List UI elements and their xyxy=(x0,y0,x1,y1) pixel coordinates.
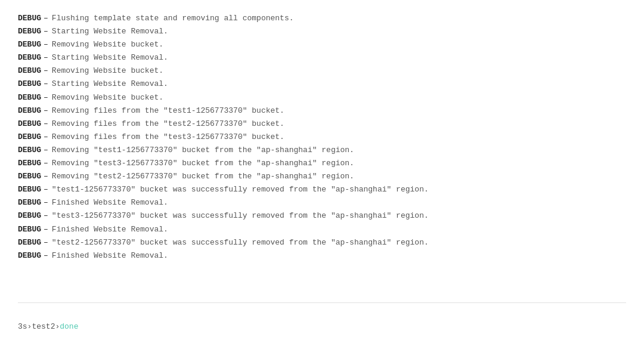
log-message: Removing Website bucket. xyxy=(52,64,163,78)
log-message: Removing "test2-1256773370" bucket from … xyxy=(52,170,354,183)
log-message: Finished Website Removal. xyxy=(52,223,168,236)
footer-time: 3s xyxy=(18,322,27,331)
debug-label: DEBUG xyxy=(18,12,41,25)
debug-label: DEBUG xyxy=(18,183,41,196)
footer: 3s › test2 › done xyxy=(18,322,626,331)
log-message: "test3-1256773370" bucket was successful… xyxy=(52,209,429,223)
debug-label: DEBUG xyxy=(18,91,41,104)
dash: – xyxy=(44,209,48,223)
log-line: DEBUG – Flushing template state and remo… xyxy=(18,12,626,25)
log-container: DEBUG – Flushing template state and remo… xyxy=(18,12,626,295)
debug-label: DEBUG xyxy=(18,209,41,223)
dash: – xyxy=(44,51,48,64)
log-message: Starting Website Removal. xyxy=(52,51,168,64)
debug-label: DEBUG xyxy=(18,223,41,236)
footer-sep2: › xyxy=(55,322,60,331)
debug-label: DEBUG xyxy=(18,170,41,183)
debug-label: DEBUG xyxy=(18,157,41,170)
log-line: DEBUG – Finished Website Removal. xyxy=(18,249,626,262)
log-line: DEBUG – Starting Website Removal. xyxy=(18,51,626,64)
debug-label: DEBUG xyxy=(18,249,41,262)
log-line: DEBUG – "test3-1256773370" bucket was su… xyxy=(18,209,626,223)
debug-label: DEBUG xyxy=(18,236,41,249)
log-message: Flushing template state and removing all… xyxy=(52,12,294,25)
log-line: DEBUG – Removing "test2-1256773370" buck… xyxy=(18,170,626,183)
debug-label: DEBUG xyxy=(18,144,41,157)
dash: – xyxy=(44,144,48,157)
debug-label: DEBUG xyxy=(18,118,41,131)
dash: – xyxy=(44,249,48,262)
log-line: DEBUG – Removing files from the "test3-1… xyxy=(18,131,626,144)
debug-label: DEBUG xyxy=(18,25,41,38)
footer-sep1: › xyxy=(27,322,32,331)
dash: – xyxy=(44,196,48,209)
debug-label: DEBUG xyxy=(18,64,41,78)
log-line: DEBUG – Removing files from the "test2-1… xyxy=(18,118,626,131)
log-message: Finished Website Removal. xyxy=(52,196,168,209)
debug-label: DEBUG xyxy=(18,51,41,64)
log-message: Removing files from the "test2-125677337… xyxy=(52,118,284,131)
debug-label: DEBUG xyxy=(18,196,41,209)
log-line: DEBUG – Starting Website Removal. xyxy=(18,25,626,38)
dash: – xyxy=(44,78,48,91)
dash: – xyxy=(44,118,48,131)
footer-done: done xyxy=(60,322,78,331)
log-line: DEBUG – Starting Website Removal. xyxy=(18,78,626,91)
log-message: "test1-1256773370" bucket was successful… xyxy=(52,183,429,196)
log-line: DEBUG – Removing Website bucket. xyxy=(18,64,626,78)
dash: – xyxy=(44,157,48,170)
log-line: DEBUG – "test2-1256773370" bucket was su… xyxy=(18,236,626,249)
log-message: Removing files from the "test1-125677337… xyxy=(52,104,284,118)
dash: – xyxy=(44,91,48,104)
dash: – xyxy=(44,131,48,144)
dash: – xyxy=(44,12,48,25)
footer-path: test2 xyxy=(32,322,55,331)
log-line: DEBUG – Removing Website bucket. xyxy=(18,91,626,104)
log-line: DEBUG – Removing "test1-1256773370" buck… xyxy=(18,144,626,157)
log-message: Removing "test3-1256773370" bucket from … xyxy=(52,157,354,170)
log-line: DEBUG – Removing Website bucket. xyxy=(18,38,626,51)
dash: – xyxy=(44,38,48,51)
dash: – xyxy=(44,236,48,249)
log-message: "test2-1256773370" bucket was successful… xyxy=(52,236,429,249)
dash: – xyxy=(44,104,48,118)
log-line: DEBUG – Finished Website Removal. xyxy=(18,223,626,236)
log-message: Finished Website Removal. xyxy=(52,249,168,262)
log-message: Removing files from the "test3-125677337… xyxy=(52,131,284,144)
log-line: DEBUG – Removing files from the "test1-1… xyxy=(18,104,626,118)
dash: – xyxy=(44,183,48,196)
log-message: Removing Website bucket. xyxy=(52,38,163,51)
log-line: DEBUG – Removing "test3-1256773370" buck… xyxy=(18,157,626,170)
log-message: Starting Website Removal. xyxy=(52,78,168,91)
dash: – xyxy=(44,25,48,38)
log-message: Removing "test1-1256773370" bucket from … xyxy=(52,144,354,157)
dash: – xyxy=(44,170,48,183)
log-line: DEBUG – Finished Website Removal. xyxy=(18,196,626,209)
debug-label: DEBUG xyxy=(18,38,41,51)
dash: – xyxy=(44,64,48,78)
divider xyxy=(18,302,626,303)
log-message: Starting Website Removal. xyxy=(52,25,168,38)
dash: – xyxy=(44,223,48,236)
log-message: Removing Website bucket. xyxy=(52,91,163,104)
debug-label: DEBUG xyxy=(18,131,41,144)
debug-label: DEBUG xyxy=(18,78,41,91)
log-line: DEBUG – "test1-1256773370" bucket was su… xyxy=(18,183,626,196)
debug-label: DEBUG xyxy=(18,104,41,118)
